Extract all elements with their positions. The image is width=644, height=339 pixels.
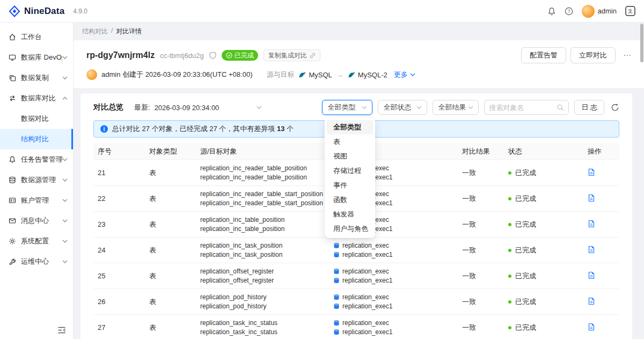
- collapse-sidebar-icon[interactable]: [57, 327, 66, 334]
- cluster-id: cc-tbmtj6du2g: [160, 52, 204, 60]
- target-datasource[interactable]: MySQL-2: [348, 71, 387, 79]
- sidebar-item-system-configuration[interactable]: 系统配置: [0, 231, 73, 251]
- ninedata-logo-icon: [9, 5, 20, 17]
- cell-operation: [568, 168, 619, 178]
- cell-result: 一致: [458, 194, 504, 204]
- dropdown-option-all-types[interactable]: 全部类型: [327, 120, 373, 134]
- brand-logo[interactable]: NineData: [9, 5, 64, 17]
- info-icon: i: [100, 125, 108, 133]
- cell-databases: replication_exec replication_exec1: [329, 319, 458, 337]
- sidebar-item-database-comparison[interactable]: 数据库对比: [0, 88, 73, 109]
- sidebar-item-operations-center[interactable]: 运维中心: [0, 251, 73, 272]
- detail-document-icon[interactable]: [588, 246, 595, 254]
- source-datasource[interactable]: MySQL: [298, 71, 332, 79]
- cell-type: 表: [145, 271, 196, 281]
- col-object-type: 对象类型: [145, 147, 196, 156]
- dropdown-option-trigger[interactable]: 触发器: [327, 207, 373, 221]
- cell-status: 已完成: [504, 220, 568, 229]
- dropdown-option-event[interactable]: 事件: [327, 178, 373, 192]
- database-icon: [333, 294, 340, 300]
- cell-objects: replication_task_inc_statusreplication_t…: [196, 319, 329, 337]
- configure-alert-button[interactable]: 配置告警: [521, 47, 566, 63]
- sidebar-item-task-alert-management[interactable]: 任务告警管理: [0, 149, 73, 170]
- detail-document-icon[interactable]: [588, 271, 595, 279]
- vertical-scrollbar[interactable]: [640, 24, 643, 338]
- result-filter-select[interactable]: 全部结果: [433, 100, 479, 115]
- chevron-up-icon: [62, 97, 68, 100]
- dropdown-option-user-role[interactable]: 用户与角色: [327, 221, 373, 236]
- scrollbar-thumb[interactable]: [640, 24, 643, 62]
- chevron-down-icon: [416, 106, 422, 109]
- type-filter-select[interactable]: 全部类型: [322, 100, 372, 115]
- sidebar-item-label: 消息中心: [21, 216, 62, 226]
- help-icon[interactable]: ?: [565, 7, 573, 16]
- object-search-input[interactable]: [489, 104, 554, 112]
- status-dot: [508, 171, 511, 175]
- sidebar-item-label: 数据库 DevOps: [21, 53, 62, 62]
- cell-operation: [568, 246, 619, 255]
- chevron-down-icon: [62, 76, 68, 80]
- detail-document-icon[interactable]: [588, 323, 595, 331]
- cell-operation: [568, 297, 619, 307]
- cell-status: 已完成: [504, 297, 568, 307]
- cell-result: 一致: [458, 297, 504, 307]
- cell-status: 已完成: [504, 168, 568, 178]
- cell-no: 26: [93, 298, 145, 306]
- cell-no: 27: [93, 323, 145, 331]
- more-link[interactable]: 更多: [394, 70, 415, 80]
- latest-label: 最新:: [134, 103, 150, 112]
- cell-operation: [568, 194, 619, 204]
- col-result: 对比结果: [458, 147, 504, 156]
- mail-icon: [9, 217, 16, 225]
- sidebar-item-label: 账户管理: [21, 196, 62, 205]
- language-switch-icon[interactable]: 文: [625, 6, 635, 16]
- sidebar-item-workbench[interactable]: 工作台: [0, 27, 73, 47]
- user-menu[interactable]: admin: [582, 5, 617, 18]
- shield-icon: [209, 52, 216, 59]
- created-info: admin 创建于 2026-03-09 20:33:06(UTC +08:00…: [101, 70, 252, 80]
- dropdown-option-view[interactable]: 视图: [327, 149, 373, 163]
- svg-text:?: ?: [567, 9, 570, 14]
- status-filter-select[interactable]: 全部状态: [378, 100, 427, 115]
- status-dot: [508, 275, 511, 278]
- dropdown-option-table[interactable]: 表: [327, 134, 373, 149]
- avatar: [582, 5, 595, 18]
- dropdown-option-stored-procedure[interactable]: 存储过程: [327, 163, 373, 178]
- sidebar-item-account-management[interactable]: 账户管理: [0, 190, 73, 211]
- cell-status: 已完成: [504, 246, 568, 255]
- dropdown-option-function[interactable]: 函数: [327, 192, 373, 207]
- latest-run-select[interactable]: 最新: 2026-03-09 20:34:00: [134, 103, 262, 112]
- cell-status: 已完成: [504, 323, 568, 333]
- notifications-bell-icon[interactable]: [547, 7, 556, 16]
- detail-document-icon[interactable]: [588, 194, 595, 202]
- banner-text: 总计对比 27 个对象，已经完成 27 个，其中有差异项: [112, 125, 277, 133]
- compare-now-button[interactable]: 立即对比: [570, 47, 616, 63]
- sidebar-item-data-replication[interactable]: 数据复制: [0, 68, 73, 88]
- cell-no: 23: [93, 220, 145, 228]
- cell-result: 一致: [458, 220, 504, 229]
- log-button[interactable]: 日 志: [574, 100, 604, 115]
- refresh-icon[interactable]: [611, 103, 619, 112]
- cell-operation: [568, 271, 619, 281]
- chevron-down-icon: [62, 158, 68, 161]
- detail-document-icon[interactable]: [588, 168, 595, 176]
- detail-document-icon[interactable]: [588, 220, 595, 228]
- sidebar-item-database-devops[interactable]: 数据库 DevOps: [0, 47, 73, 68]
- detail-document-icon[interactable]: [588, 297, 595, 305]
- cell-objects: replication_pod_historyreplication_pod_h…: [196, 293, 329, 311]
- sidebar-item-structure-comparison[interactable]: 结构对比: [0, 129, 73, 149]
- database-icon: [333, 268, 340, 275]
- more-actions-button[interactable]: ⋯: [623, 51, 631, 60]
- cell-type: 表: [145, 246, 196, 255]
- sidebar-item-data-comparison[interactable]: 数据对比: [0, 109, 73, 129]
- breadcrumb-parent[interactable]: 结构对比: [82, 27, 108, 36]
- cell-objects: replication_inc_task_positionreplication…: [196, 241, 329, 259]
- main-content: 结构对比 / 对比详情 rp-dgy7wnjrm4lz cc-tbmtj6du2…: [74, 23, 644, 339]
- comparison-type-tag[interactable]: 复制集成对比: [264, 49, 320, 61]
- cell-no: 25: [93, 272, 145, 280]
- cell-type: 表: [145, 323, 196, 333]
- sidebar-item-datasource-management[interactable]: 数据源管理: [0, 170, 73, 190]
- sidebar-item-message-center[interactable]: 消息中心: [0, 211, 73, 231]
- check-circle-icon: [226, 52, 232, 59]
- status-dot: [508, 223, 511, 226]
